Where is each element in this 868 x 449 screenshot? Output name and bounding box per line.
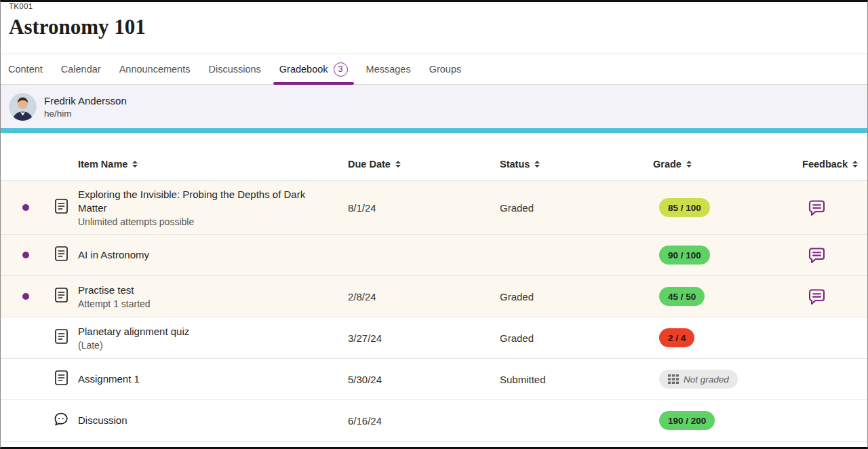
tab-messages-label: Messages <box>366 64 411 75</box>
column-header-feedback[interactable]: Feedback <box>783 159 867 170</box>
status: Submitted <box>500 374 653 385</box>
feedback-icon[interactable] <box>808 247 826 264</box>
status: Graded <box>500 332 653 344</box>
item-subtext: Attempt 1 started <box>78 298 332 309</box>
course-title: Astronomy 101 <box>9 15 859 39</box>
item-subtext: (Late) <box>78 340 332 351</box>
table-header-row: Item Name Due Date Status Grade Feedback <box>1 133 867 181</box>
feedback-icon[interactable] <box>808 199 826 216</box>
feedback-cell <box>783 247 867 264</box>
status: Graded <box>500 202 653 214</box>
table-row[interactable]: Exploring the Invisible: Probing the Dep… <box>1 181 867 235</box>
student-pronouns: he/him <box>44 109 127 119</box>
table-row[interactable]: Planetary alignment quiz (Late) 3/27/24 … <box>1 317 867 359</box>
student-name: Fredrik Andersson <box>44 95 127 106</box>
tab-calendar-label: Calendar <box>61 64 101 75</box>
unread-dot-cell <box>1 376 44 383</box>
gradebook-table: Item Name Due Date Status Grade Feedback <box>1 133 867 442</box>
sort-icon[interactable] <box>132 161 138 168</box>
due-date: 3/27/24 <box>348 332 500 344</box>
gradebook-grid-icon <box>668 374 679 384</box>
feedback-icon[interactable] <box>808 288 826 305</box>
item-name[interactable]: Assignment 1 <box>78 372 332 386</box>
student-avatar[interactable] <box>9 93 37 121</box>
sort-icon[interactable] <box>534 161 540 168</box>
unread-dot-cell <box>1 252 44 258</box>
column-header-grade[interactable]: Grade <box>653 159 783 170</box>
sort-icon[interactable] <box>395 161 401 168</box>
table-row[interactable]: Assignment 1 5/30/24 Submitted Not grade… <box>1 359 867 400</box>
tab-calendar[interactable]: Calendar <box>61 54 101 84</box>
status: Graded <box>500 291 653 302</box>
tab-announcements-label: Announcements <box>119 64 191 75</box>
gradebook-page: TK001 Astronomy 101 Content Calendar Ann… <box>0 0 868 449</box>
tab-discussions-label: Discussions <box>208 64 260 75</box>
grade-cell: 190 / 200 <box>653 411 783 430</box>
grade-pill[interactable]: 190 / 200 <box>659 411 715 430</box>
table-body: Exploring the Invisible: Probing the Dep… <box>1 181 867 442</box>
course-header: TK001 Astronomy 101 <box>1 2 867 54</box>
column-header-due-date-label: Due Date <box>348 159 391 170</box>
unread-dot-cell <box>1 417 44 424</box>
sort-icon[interactable] <box>852 161 858 168</box>
column-header-feedback-label: Feedback <box>802 159 848 170</box>
grade-pill[interactable]: 2 / 4 <box>659 328 694 347</box>
document-icon <box>54 246 68 265</box>
grade-pill[interactable]: 90 / 100 <box>659 246 710 265</box>
table-row[interactable]: AI in Astronomy 90 / 100 <box>1 235 867 276</box>
item-name-cell: Assignment 1 <box>78 366 348 393</box>
item-name-cell: AI in Astronomy <box>78 241 348 269</box>
due-date: 5/30/24 <box>348 374 500 385</box>
item-icon-cell <box>44 287 78 306</box>
grade-cell: 45 / 50 <box>653 287 783 306</box>
tab-gradebook-label: Gradebook <box>279 64 328 75</box>
column-header-due-date[interactable]: Due Date <box>348 159 500 170</box>
course-tab-bar: Content Calendar Announcements Discussio… <box>1 54 867 85</box>
document-icon <box>54 370 68 389</box>
document-icon <box>54 287 68 306</box>
item-name[interactable]: Planetary alignment quiz <box>78 325 332 338</box>
unread-dot-cell <box>1 334 44 341</box>
document-icon <box>54 198 68 217</box>
item-icon-cell <box>44 370 78 389</box>
tab-messages[interactable]: Messages <box>366 54 411 84</box>
unread-dot <box>22 204 29 211</box>
column-header-item-name-label: Item Name <box>78 159 127 170</box>
tab-groups[interactable]: Groups <box>429 54 462 84</box>
grade-pill[interactable]: 45 / 50 <box>659 287 705 306</box>
item-icon-cell <box>44 328 78 347</box>
tab-content[interactable]: Content <box>8 54 43 84</box>
due-date: 6/16/24 <box>348 415 500 427</box>
column-header-item-name[interactable]: Item Name <box>78 159 348 170</box>
column-header-grade-label: Grade <box>653 159 682 170</box>
tab-announcements[interactable]: Announcements <box>119 54 191 84</box>
sort-icon[interactable] <box>686 161 692 168</box>
table-row[interactable]: Discussion 6/16/24 190 / 200 <box>1 400 867 442</box>
table-row[interactable]: Practise test Attempt 1 started 2/8/24 G… <box>1 276 867 317</box>
grade-cell: Not graded <box>653 370 783 389</box>
tab-discussions[interactable]: Discussions <box>208 54 260 84</box>
grade-cell: 85 / 100 <box>653 198 783 217</box>
grade-cell: 90 / 100 <box>653 246 783 265</box>
unread-dot <box>22 293 29 300</box>
column-header-status[interactable]: Status <box>500 159 653 170</box>
grade-pill[interactable]: 85 / 100 <box>659 198 710 217</box>
item-name[interactable]: Practise test <box>78 284 332 297</box>
document-icon <box>54 328 68 347</box>
grade-pill[interactable]: Not graded <box>659 370 738 389</box>
tab-content-label: Content <box>8 64 43 75</box>
student-bar: Fredrik Andersson he/him <box>1 85 867 128</box>
tab-gradebook[interactable]: Gradebook 3 <box>279 54 348 84</box>
due-date: 2/8/24 <box>348 291 500 302</box>
unread-dot <box>22 252 29 258</box>
due-date: 8/1/24 <box>348 202 500 214</box>
item-name[interactable]: AI in Astronomy <box>78 248 332 262</box>
grade-text: Not graded <box>684 374 729 385</box>
column-header-status-label: Status <box>500 159 530 170</box>
item-name[interactable]: Exploring the Invisible: Probing the Dep… <box>78 188 332 214</box>
item-name-cell: Planetary alignment quiz (Late) <box>78 318 348 358</box>
item-name[interactable]: Discussion <box>78 414 332 427</box>
feedback-cell <box>783 288 867 305</box>
grade-cell: 2 / 4 <box>653 328 783 347</box>
item-name-cell: Practise test Attempt 1 started <box>78 277 348 317</box>
